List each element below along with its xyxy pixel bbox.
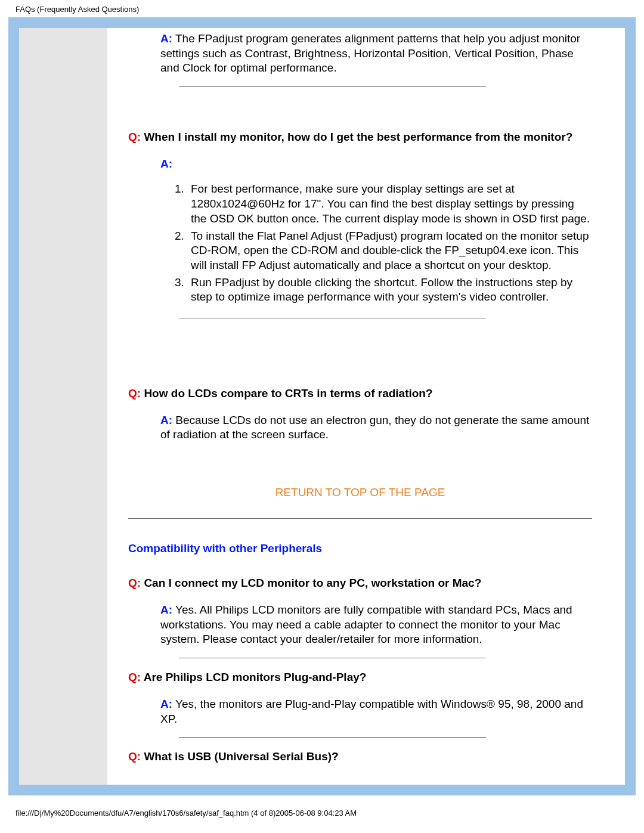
divider	[179, 737, 486, 738]
question-compatibility: Q: Can I connect my LCD monitor to any P…	[128, 576, 592, 591]
a-label: A:	[160, 698, 172, 710]
answer-body: Yes. All Philips LCD monitors are fully …	[160, 603, 572, 645]
q-label: Q:	[128, 131, 141, 143]
question-text: How do LCDs compare to CRTs in terms of …	[144, 387, 432, 400]
left-gutter	[19, 28, 107, 785]
answer-text: A:	[160, 157, 592, 172]
question-usb: Q: What is USB (Universal Serial Bus)?	[128, 750, 592, 764]
a-label: A:	[160, 414, 172, 426]
answer-text: A: The FPadjust program generates alignm…	[160, 32, 592, 76]
page-header: FAQs (Frequently Asked Questions)	[0, 0, 644, 17]
page-footer-path: file:///D|/My%20Documents/dfu/A7/english…	[0, 795, 644, 823]
question-text: What is USB (Universal Serial Bus)?	[144, 750, 338, 763]
answer-block-q3: A: Yes. All Philips LCD monitors are ful…	[160, 603, 592, 647]
question-plug-and-play: Q: Are Philips LCD monitors Plug-and-Pla…	[128, 670, 592, 685]
answer-block-q4: A: Yes, the monitors are Plug-and-Play c…	[160, 697, 592, 726]
a-label: A:	[160, 603, 172, 616]
q-label: Q:	[128, 750, 141, 763]
answer-list: For best performance, make sure your dis…	[187, 182, 592, 305]
section-divider	[128, 518, 592, 519]
a-label: A:	[160, 157, 172, 170]
answer-body: Yes, the monitors are Plug-and-Play comp…	[160, 698, 583, 725]
question-radiation: Q: How do LCDs compare to CRTs in terms …	[128, 386, 592, 401]
question-text: Are Philips LCD monitors Plug-and-Play?	[144, 671, 367, 683]
question-best-performance: Q: When I install my monitor, how do I g…	[128, 130, 592, 145]
list-item: For best performance, make sure your dis…	[187, 182, 592, 226]
gray-panel: A: The FPadjust program generates alignm…	[19, 28, 625, 785]
outer-frame: A: The FPadjust program generates alignm…	[8, 17, 636, 795]
content-panel: A: The FPadjust program generates alignm…	[107, 28, 625, 785]
question-text: When I install my monitor, how do I get …	[144, 131, 572, 143]
list-item: Run FPadjust by double clicking the shor…	[187, 275, 592, 305]
section-title-compatibility: Compatibility with other Peripherals	[128, 541, 592, 556]
answer-text: A: Yes, the monitors are Plug-and-Play c…	[160, 697, 592, 726]
divider	[179, 86, 486, 87]
divider	[179, 658, 486, 658]
answer-body: Because LCDs do not use an electron gun,…	[160, 414, 589, 441]
answer-block-top: A: The FPadjust program generates alignm…	[160, 32, 592, 76]
answer-text: A: Because LCDs do not use an electron g…	[160, 413, 592, 442]
a-label: A:	[160, 32, 172, 45]
answer-text: A: Yes. All Philips LCD monitors are ful…	[160, 603, 592, 647]
list-item: To install the Flat Panel Adjust (FPadju…	[187, 229, 592, 273]
divider	[179, 318, 486, 318]
question-text: Can I connect my LCD monitor to any PC, …	[144, 577, 481, 589]
q-label: Q:	[128, 671, 141, 683]
answer-body: The FPadjust program generates alignment…	[160, 32, 580, 74]
q-label: Q:	[128, 577, 141, 589]
answer-block-q1: A: For best performance, make sure your …	[160, 157, 592, 305]
q-label: Q:	[128, 387, 141, 400]
return-to-top-link[interactable]: RETURN TO TOP OF THE PAGE	[128, 485, 592, 500]
answer-block-q2: A: Because LCDs do not use an electron g…	[160, 413, 592, 442]
